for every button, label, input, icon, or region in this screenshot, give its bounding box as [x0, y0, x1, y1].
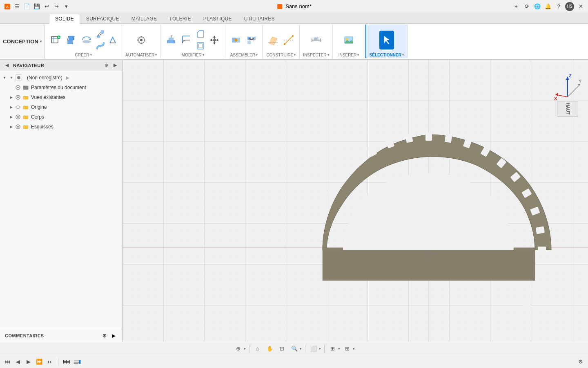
- tree-item-root[interactable]: ▼ ▼ (Non enregistré) ▶: [0, 73, 122, 83]
- tree-arrow-esquisses[interactable]: ▶: [8, 124, 14, 130]
- tree-vis-corps[interactable]: [15, 114, 21, 120]
- menu-icon[interactable]: ☰: [13, 2, 21, 11]
- chamfer-icon[interactable]: [195, 28, 206, 40]
- axis-icon[interactable]: [281, 31, 296, 49]
- measure-icon[interactable]: mm: [309, 31, 323, 49]
- tree-item-vues[interactable]: ▶ Vues existantes: [0, 92, 122, 102]
- tree-item-origine[interactable]: ▶ Origine: [0, 102, 122, 112]
- refresh-icon[interactable]: ⟳: [523, 2, 531, 11]
- orbit-icon[interactable]: ⊕: [234, 344, 243, 354]
- creer-chevron[interactable]: ▾: [90, 53, 92, 57]
- timeline-icon[interactable]: [62, 358, 71, 366]
- user-icon[interactable]: HS: [565, 2, 574, 11]
- tree-vis-vues[interactable]: [15, 94, 21, 101]
- notification-icon[interactable]: 🔔: [544, 2, 552, 11]
- play-forward-icon[interactable]: ▶: [24, 358, 33, 366]
- assembler-chevron[interactable]: ▾: [256, 53, 258, 57]
- app-logo[interactable]: A: [3, 2, 11, 11]
- tree-arrow-origine[interactable]: ▶: [8, 104, 14, 110]
- tree-vis-origine[interactable]: [15, 104, 21, 110]
- orbit-chevron[interactable]: ▾: [244, 347, 246, 351]
- tab-surfacique[interactable]: SURFACIQUE: [80, 14, 125, 23]
- rib-icon[interactable]: [107, 34, 118, 46]
- grid-icon[interactable]: ⊞: [328, 344, 338, 354]
- tree-vis-esquisses[interactable]: [15, 123, 21, 130]
- revolve-icon[interactable]: [79, 31, 94, 49]
- shell-icon[interactable]: [195, 40, 206, 52]
- inspecter-chevron[interactable]: ▾: [327, 53, 329, 57]
- home-view-icon[interactable]: ⌂: [253, 344, 263, 354]
- extrude-icon[interactable]: [64, 31, 78, 49]
- selectionner-chevron[interactable]: ▾: [402, 53, 404, 57]
- rigid-group-icon[interactable]: [244, 31, 259, 49]
- timeline2-icon[interactable]: [73, 358, 81, 366]
- new-sketch-icon[interactable]: [48, 31, 63, 49]
- tab-utilitaires[interactable]: UTILITAIRES: [238, 14, 281, 23]
- play-icon[interactable]: ▶: [66, 75, 69, 81]
- tab-plastique[interactable]: PLASTIQUE: [197, 14, 238, 23]
- insert-image-icon[interactable]: [341, 31, 356, 49]
- pipe-icon[interactable]: [95, 40, 106, 52]
- tree-item-corps[interactable]: ▶ Corps: [0, 112, 122, 122]
- tree-arrow-root[interactable]: ▼: [2, 75, 7, 81]
- grid-chevron[interactable]: ▾: [338, 347, 340, 351]
- tree-item-esquisses[interactable]: ▶ Esquisses: [0, 122, 122, 132]
- zoom-extent-icon[interactable]: ⊡: [277, 344, 287, 354]
- help-icon[interactable]: ?: [555, 2, 563, 11]
- tab-solide[interactable]: SOLIDE: [49, 14, 80, 24]
- snap-icon[interactable]: ⊞: [343, 344, 352, 354]
- save-icon[interactable]: 💾: [33, 2, 41, 11]
- tree-arrow-corps[interactable]: ▶: [8, 114, 14, 120]
- plane-icon[interactable]: [266, 31, 281, 49]
- conception-button[interactable]: CONCEPTION ▾: [0, 25, 45, 58]
- play-prev-icon[interactable]: ⏮: [3, 358, 11, 366]
- tree-vis-params[interactable]: [15, 84, 21, 91]
- file-icon[interactable]: 📄: [23, 2, 31, 11]
- tree-item-params[interactable]: ▶ Paramètres du document: [0, 83, 122, 92]
- nav-back-icon[interactable]: ◀: [3, 62, 11, 69]
- fillet-icon[interactable]: [179, 31, 194, 49]
- move-icon[interactable]: [207, 31, 222, 49]
- play-next-icon[interactable]: ⏭: [46, 358, 54, 366]
- undo-icon[interactable]: ↩: [42, 2, 51, 11]
- automatiser-icon[interactable]: [134, 31, 149, 49]
- comments-expand-icon[interactable]: ▶: [110, 332, 117, 339]
- nav-settings-icon[interactable]: ⊕: [102, 62, 110, 69]
- pan-icon[interactable]: ✋: [265, 344, 275, 354]
- modifier-chevron[interactable]: ▾: [203, 53, 204, 57]
- add-tab-icon[interactable]: +: [512, 2, 520, 11]
- zoom-icon[interactable]: 🔍: [290, 344, 299, 354]
- tree-label-esquisses: Esquisses: [31, 124, 53, 130]
- automatiser-chevron[interactable]: ▾: [155, 53, 157, 57]
- svg-text:A: A: [6, 5, 9, 9]
- zoom-chevron[interactable]: ▾: [300, 347, 302, 351]
- play-step-forward-icon[interactable]: ⏩: [35, 358, 43, 366]
- tree-label-origine: Origine: [31, 104, 47, 110]
- play-backward-icon[interactable]: ◀: [14, 358, 22, 366]
- joint-icon[interactable]: [229, 31, 243, 49]
- more-icon[interactable]: ▾: [62, 2, 70, 11]
- tab-tolerie[interactable]: TÔLERIE: [163, 14, 197, 23]
- globe-icon[interactable]: 🌐: [533, 2, 541, 11]
- display-mode-icon[interactable]: ⬜: [309, 344, 318, 354]
- tab-maillage[interactable]: MAILLAGE: [125, 14, 163, 23]
- settings-icon[interactable]: ⚙: [577, 358, 585, 366]
- comments-add-icon[interactable]: ⊕: [101, 332, 108, 339]
- press-pull-icon[interactable]: [164, 31, 178, 49]
- tree-label-vues: Vues existantes: [31, 94, 65, 100]
- close-icon[interactable]: ✕: [577, 2, 585, 11]
- construire-chevron[interactable]: ▾: [294, 53, 296, 57]
- view-cube-haut[interactable]: HAUT: [557, 101, 578, 117]
- record-icon: [16, 74, 22, 81]
- nav-expand-icon[interactable]: ▶: [111, 62, 119, 69]
- tree-vis-root[interactable]: ▼: [8, 74, 15, 81]
- redo-icon[interactable]: ↪: [52, 2, 60, 11]
- snap-chevron[interactable]: ▾: [353, 347, 355, 351]
- select-cursor-icon[interactable]: [379, 31, 394, 49]
- viewport[interactable]: Z Y X HAUT: [122, 60, 588, 342]
- inserer-chevron[interactable]: ▾: [357, 53, 359, 57]
- tree-arrow-vues[interactable]: ▶: [8, 94, 14, 100]
- display-chevron[interactable]: ▾: [319, 347, 321, 351]
- loft-icon[interactable]: [95, 28, 106, 40]
- tree-label-corps: Corps: [31, 114, 44, 120]
